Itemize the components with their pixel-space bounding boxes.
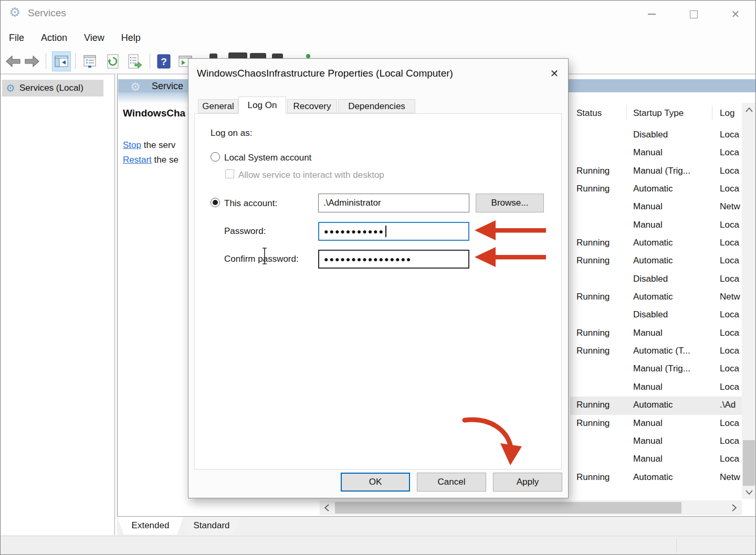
- password-input[interactable]: ●●●●●●●●●●●: [318, 222, 469, 241]
- selected-service-name: WindowsCha: [123, 108, 185, 119]
- service-row[interactable]: RunningManualLoca: [570, 325, 742, 343]
- menu-item-view[interactable]: View: [83, 29, 113, 47]
- vertical-scrollbar[interactable]: [742, 103, 756, 499]
- refresh-button[interactable]: [103, 51, 122, 71]
- cell-startup: Manual: [633, 436, 718, 446]
- service-row[interactable]: DisabledLoca: [570, 306, 742, 324]
- menu-item-help[interactable]: Help: [120, 29, 149, 47]
- service-row[interactable]: RunningAutomaticNetw: [570, 469, 742, 487]
- service-row[interactable]: RunningAutomatic.\Ad: [570, 397, 742, 414]
- service-row[interactable]: ManualLoca: [570, 433, 742, 451]
- scroll-down-button[interactable]: [742, 485, 756, 499]
- list-header: Status Startup Type Log: [570, 104, 742, 122]
- export-list-button[interactable]: [125, 51, 144, 71]
- service-row[interactable]: RunningAutomaticNetw: [570, 289, 742, 306]
- cell-logon: Loca: [720, 220, 741, 230]
- column-header-startup-type[interactable]: Startup Type: [633, 108, 684, 119]
- cell-startup: Disabled: [633, 130, 718, 140]
- horizontal-scrollbar-thumb[interactable]: [335, 502, 681, 514]
- close-button[interactable]: ✕: [723, 8, 748, 20]
- cell-status: Running: [576, 346, 629, 356]
- this-account-label: This account:: [224, 198, 277, 209]
- tab-recovery[interactable]: Recovery: [287, 99, 337, 113]
- properties-button[interactable]: [80, 51, 99, 71]
- service-row[interactable]: ManualLoca: [570, 379, 742, 397]
- cell-startup: Manual: [633, 382, 718, 392]
- menu-item-action[interactable]: Action: [40, 29, 76, 47]
- banner-title: Service: [152, 81, 183, 92]
- hidden-toolbar-icon-fragment: [306, 54, 310, 58]
- service-row[interactable]: RunningAutomaticLoca: [570, 180, 742, 198]
- stop-service-link[interactable]: Stop: [123, 140, 141, 150]
- cell-logon: Loca: [720, 184, 741, 194]
- local-system-radio[interactable]: [211, 152, 220, 162]
- tab-standard[interactable]: Standard: [182, 517, 241, 535]
- hidden-toolbar-icon-fragment: [209, 54, 217, 58]
- service-row[interactable]: ManualLoca: [570, 451, 742, 468]
- properties-dialog: WindowsChaosInfrastructure Properties (L…: [188, 58, 569, 498]
- tab-general[interactable]: General: [198, 99, 238, 113]
- tab-dependencies[interactable]: Dependencies: [338, 99, 415, 113]
- cell-status: Running: [576, 255, 629, 266]
- minimize-icon: [648, 14, 656, 15]
- toolbar-separator: [75, 53, 76, 69]
- menu-item-file[interactable]: File: [8, 29, 33, 47]
- service-row[interactable]: RunningManualLoca: [570, 415, 742, 433]
- cell-startup: Automatic (T...: [633, 346, 718, 356]
- browse-button[interactable]: Browse...: [476, 194, 544, 212]
- console-tree-pane: ⚙ Services (Local): [1, 74, 115, 535]
- scroll-up-button[interactable]: [742, 103, 756, 116]
- forward-icon: [24, 55, 40, 68]
- service-row[interactable]: ManualLoca: [570, 144, 742, 162]
- allow-desktop-checkbox[interactable]: [225, 169, 234, 178]
- service-row[interactable]: ManualLoca: [570, 217, 742, 234]
- tree-item-label: Services (Local): [19, 83, 83, 93]
- maximize-button[interactable]: [681, 8, 706, 20]
- local-system-label: Local System account: [224, 153, 311, 163]
- service-row[interactable]: RunningAutomaticLoca: [570, 252, 742, 270]
- cell-logon: Loca: [720, 436, 741, 446]
- cell-startup: Manual (Trig...: [633, 166, 718, 176]
- tab-log-on[interactable]: Log On: [238, 97, 286, 114]
- cell-logon: Netw: [720, 201, 741, 212]
- stop-service-text: the serv: [141, 140, 175, 150]
- scroll-right-button[interactable]: [727, 500, 741, 515]
- show-console-tree-button[interactable]: [52, 51, 71, 71]
- column-header-log-on-as[interactable]: Log: [720, 108, 734, 119]
- ok-button[interactable]: OK: [341, 473, 410, 492]
- apply-button[interactable]: Apply: [493, 473, 562, 492]
- horizontal-scrollbar[interactable]: [320, 500, 742, 515]
- cell-logon: Loca: [720, 166, 741, 176]
- service-row[interactable]: RunningAutomaticLoca: [570, 234, 742, 252]
- scroll-left-button[interactable]: [320, 500, 333, 515]
- this-account-radio[interactable]: [211, 198, 220, 207]
- window-title: Services: [28, 7, 66, 19]
- dialog-close-button[interactable]: ✕: [547, 66, 562, 81]
- cell-startup: Manual: [633, 220, 718, 230]
- chevron-up-icon: [746, 108, 753, 112]
- tab-extended[interactable]: Extended: [117, 517, 184, 535]
- forward-button[interactable]: [23, 51, 41, 71]
- service-row[interactable]: DisabledLoca: [570, 271, 742, 289]
- hidden-toolbar-icon-fragment: [228, 52, 247, 58]
- window-titlebar: ⚙ Services ✕: [1, 1, 756, 26]
- service-row[interactable]: RunningManual (Trig...Loca: [570, 163, 742, 180]
- service-list: DisabledLocaManualLocaRunningManual (Tri…: [570, 126, 742, 487]
- service-row[interactable]: DisabledLoca: [570, 126, 742, 144]
- confirm-password-input[interactable]: ●●●●●●●●●●●●●●●●: [318, 250, 469, 269]
- tree-item-services-local[interactable]: ⚙ Services (Local): [2, 80, 103, 97]
- vertical-scrollbar-thumb[interactable]: [743, 440, 755, 486]
- service-row[interactable]: RunningAutomatic (T...Loca: [570, 343, 742, 360]
- service-row[interactable]: Manual (Trig...Loca: [570, 360, 742, 378]
- service-row[interactable]: ManualNetw: [570, 198, 742, 216]
- restart-service-link[interactable]: Restart: [123, 155, 152, 165]
- cell-startup: Manual: [633, 147, 718, 158]
- minimize-button[interactable]: [639, 8, 664, 20]
- help-button[interactable]: ?: [154, 51, 173, 71]
- column-header-status[interactable]: Status: [576, 108, 602, 119]
- account-input[interactable]: .\Administrator: [318, 194, 469, 212]
- cancel-button[interactable]: Cancel: [417, 473, 486, 492]
- back-button[interactable]: [4, 51, 23, 71]
- maximize-icon: [690, 10, 698, 18]
- cell-startup: Automatic: [633, 292, 718, 302]
